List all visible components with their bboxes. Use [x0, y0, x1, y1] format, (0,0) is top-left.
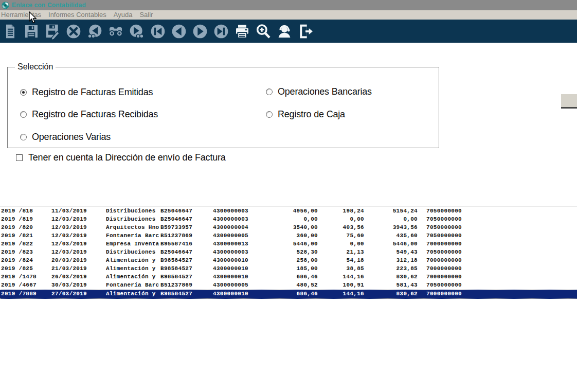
table-cell: 2019 /823	[1, 249, 33, 255]
table-cell: Alimentación y	[106, 274, 156, 280]
table-cell: 2019 /819	[1, 216, 33, 222]
print-icon[interactable]	[233, 22, 251, 41]
table-cell: 2019 /821	[1, 233, 33, 239]
table-cell: 20/03/2019	[51, 257, 87, 263]
table-cell: 435,60	[368, 233, 418, 239]
table-cell: 7000000000	[426, 241, 462, 247]
table-cell: 4300000003	[213, 208, 248, 214]
table-row[interactable]: 2019 /81811/03/2019DistribucionesB250466…	[0, 207, 577, 216]
table-row-selected[interactable]: 2019 /788927/03/2019Alimentación yB98584…	[0, 290, 577, 299]
radio-icon[interactable]	[20, 111, 27, 118]
table-cell: Fontanería Barc	[106, 282, 159, 288]
direccion-envio-checkbox-row[interactable]: Tener en cuenta la Dirección de envío de…	[16, 152, 226, 163]
table-cell: 75,60	[322, 233, 364, 239]
table-cell: 223,85	[368, 265, 418, 272]
table-row[interactable]: 2019 /82312/03/2019DistribucionesB250466…	[0, 248, 577, 257]
table-cell: Distribuciones	[106, 216, 156, 222]
table-cell: 7000000000	[426, 274, 462, 280]
table-cell: 4300000013	[213, 241, 248, 247]
radio-registro-de-caja[interactable]: Registro de Caja	[266, 110, 345, 119]
table-cell: Empresa Inventa	[106, 241, 159, 247]
table-row[interactable]: 2019 /466730/03/2019Fontanería BarcB5123…	[0, 281, 577, 290]
search-icon[interactable]	[106, 22, 125, 41]
radio-icon[interactable]	[266, 88, 273, 95]
table-cell: 4300000010	[213, 274, 248, 280]
table-cell: 4300000005	[213, 282, 248, 288]
table-cell: 0,00	[368, 216, 418, 222]
table-cell: 54,18	[322, 257, 364, 263]
table-row[interactable]: 2019 /82521/03/2019Alimentación yB985845…	[0, 265, 577, 273]
radio-registro-facturas-emitidas[interactable]: Registro de Facturas Emitidas	[20, 87, 153, 97]
menu-bar: Herramientas Informes Contables Ayuda Sa…	[0, 10, 577, 20]
save-icon[interactable]	[22, 22, 41, 41]
table-cell: 0,00	[322, 216, 364, 222]
table-row[interactable]: 2019 /82212/03/2019Empresa InventaB95587…	[0, 240, 577, 248]
table-cell: 528,30	[265, 249, 318, 255]
radio-label: Registro de Facturas Recibidas	[32, 109, 158, 120]
table-cell: 144,16	[322, 291, 364, 297]
selection-groupbox: Selección Registro de Facturas Emitidas …	[7, 67, 439, 148]
table-cell: B51237869	[160, 233, 192, 239]
save-edit-icon[interactable]	[43, 22, 62, 41]
search-next-icon[interactable]	[128, 22, 146, 41]
zoom-icon[interactable]	[254, 22, 273, 41]
table-cell: 7050000000	[426, 224, 462, 230]
table-cell: 4300000004	[213, 224, 248, 230]
radio-operaciones-varias[interactable]: Operaciones Varias	[20, 132, 111, 141]
table-cell: 7000000000	[426, 265, 462, 272]
radio-operaciones-bancarias[interactable]: Operaciones Bancarias	[266, 87, 372, 96]
radio-icon[interactable]	[20, 134, 27, 140]
table-cell: 0,00	[322, 241, 364, 247]
table-cell: 27/03/2019	[51, 291, 87, 297]
table-cell: 5154,24	[368, 208, 418, 214]
table-cell: 144,16	[322, 274, 364, 280]
table-cell: 7050000000	[426, 282, 462, 288]
table-cell: 360,00	[265, 233, 318, 239]
table-cell: 2019 /7889	[1, 291, 37, 297]
search-previous-icon[interactable]	[85, 22, 104, 41]
table-row[interactable]: 2019 /81912/03/2019DistribucionesB250466…	[0, 216, 577, 224]
table-cell: 581,43	[368, 282, 418, 288]
first-record-icon[interactable]	[149, 22, 167, 41]
radio-label: Operaciones Bancarias	[278, 86, 372, 97]
exit-icon[interactable]	[296, 22, 315, 41]
radio-icon[interactable]	[20, 89, 27, 96]
radio-registro-facturas-recibidas[interactable]: Registro de Facturas Recibidas	[20, 110, 158, 119]
table-row[interactable]: 2019 /82112/03/2019Fontanería BarcB51237…	[0, 232, 577, 240]
table-cell: 686,46	[265, 291, 318, 297]
table-cell: 11/03/2019	[51, 208, 87, 214]
table-cell: 21,13	[322, 249, 364, 255]
menu-salir[interactable]: Salir	[136, 10, 156, 20]
menu-ayuda[interactable]: Ayuda	[110, 10, 136, 20]
cancel-icon[interactable]	[64, 22, 83, 41]
table-cell: 2019 /820	[1, 224, 33, 230]
table-cell: 549,43	[368, 249, 418, 255]
previous-record-icon[interactable]	[170, 22, 188, 41]
title-bar: Enlace con Contabilidad	[0, 0, 577, 10]
table-cell: B95587416	[160, 241, 192, 247]
last-record-icon[interactable]	[212, 22, 230, 41]
table-cell: 312,18	[368, 257, 418, 263]
table-cell: 2019 /818	[1, 208, 33, 214]
table-cell: Alimentación y	[106, 257, 156, 263]
radio-label: Registro de Caja	[278, 109, 345, 120]
user-support-icon[interactable]	[275, 22, 294, 41]
table-cell: 4300000003	[213, 249, 248, 255]
records-table: 2019 /81811/03/2019DistribucionesB250466…	[0, 206, 577, 299]
menu-herramientas[interactable]: Herramientas	[0, 10, 45, 20]
table-cell: 2019 /825	[1, 265, 33, 272]
menu-informes-contables[interactable]: Informes Contables	[45, 10, 110, 20]
table-cell: 4300000010	[213, 265, 248, 272]
next-record-icon[interactable]	[191, 22, 209, 41]
partial-button[interactable]	[561, 94, 577, 109]
table-row[interactable]: 2019 /147826/03/2019Alimentación yB98584…	[0, 273, 577, 281]
table-row[interactable]: 2019 /82012/03/2019Arquitectos HnoB59733…	[0, 224, 577, 232]
table-cell: Arquitectos Hno	[106, 224, 159, 230]
table-row[interactable]: 2019 /82420/03/2019Alimentación yB985845…	[0, 257, 577, 265]
new-record-icon[interactable]	[1, 22, 20, 41]
radio-icon[interactable]	[266, 111, 273, 118]
table-cell: 403,56	[322, 224, 364, 230]
checkbox-icon[interactable]	[16, 154, 23, 161]
table-cell: 0,00	[265, 216, 318, 222]
table-cell: Alimentación y	[106, 291, 156, 297]
